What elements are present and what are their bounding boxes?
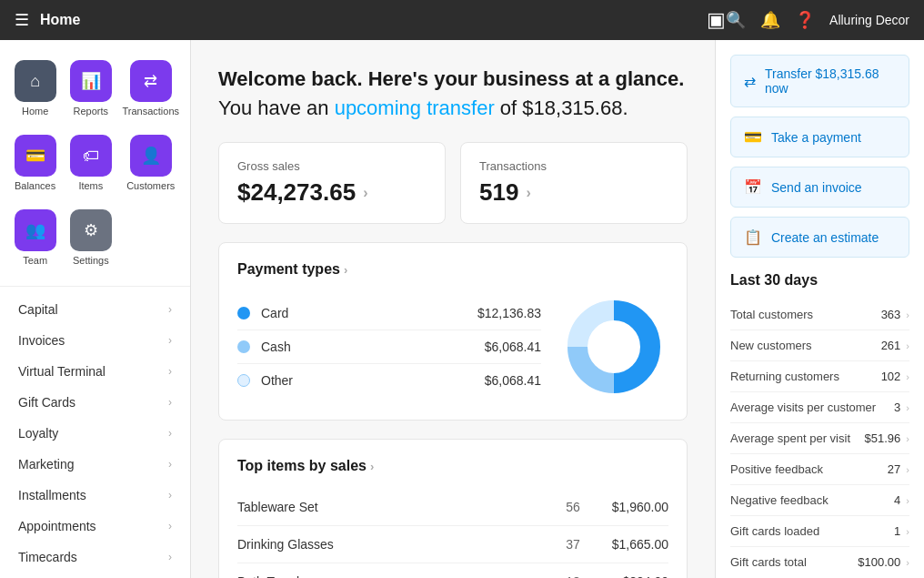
search-icon[interactable]: 🔍 <box>726 10 746 30</box>
sidebar-nav-arrow: › <box>168 396 172 409</box>
main-content: Welcome back. Here's your business at a … <box>191 40 715 578</box>
upcoming-transfer-link[interactable]: upcoming transfer <box>335 96 495 119</box>
donut-chart <box>559 292 668 401</box>
sidebar-item-payroll[interactable]: Payroll› <box>0 573 190 578</box>
welcome-prefix: You have an <box>218 96 335 119</box>
sidebar-icon-items[interactable]: 🏷Items <box>63 126 118 200</box>
send-invoice-button[interactable]: 📅 Send an invoice <box>730 167 909 208</box>
sidebar-icon-customers[interactable]: 👤Customers <box>118 126 183 200</box>
gross-sales-arrow: › <box>363 185 367 201</box>
customers-icon-label: Customers <box>126 180 175 191</box>
sidebar-item-capital[interactable]: Capital› <box>0 294 190 325</box>
transactions-icon-label: Transactions <box>122 106 179 117</box>
bell-icon[interactable]: 🔔 <box>760 10 780 30</box>
payment-types-title[interactable]: Payment types › <box>237 261 668 278</box>
transactions-arrow: › <box>526 185 530 201</box>
sidebar-nav-label: Gift Cards <box>18 395 75 410</box>
menu-icon[interactable]: ☰ <box>15 10 29 30</box>
sidebar-item-installments[interactable]: Installments› <box>0 480 190 511</box>
balances-icon-label: Balances <box>15 180 55 191</box>
reports-icon: 📊 <box>70 60 112 102</box>
topbar-title: Home <box>40 12 707 28</box>
card-dot <box>237 307 250 319</box>
stat-row-returning-customers[interactable]: Returning customers 102 › <box>730 361 909 392</box>
sidebar-item-virtual-terminal[interactable]: Virtual Terminal› <box>0 356 190 387</box>
stat-row-total-customers[interactable]: Total customers 363 › <box>730 299 909 330</box>
sidebar-nav: Capital›Invoices›Virtual Terminal›Gift C… <box>0 287 190 578</box>
sidebar-icon-balances[interactable]: 💳Balances <box>7 126 63 200</box>
action-buttons: ⇄ Transfer $18,315.68 now💳 Take a paymen… <box>730 55 909 267</box>
stat-row-arrow: › <box>906 340 909 351</box>
stat-row-arrow: › <box>906 371 909 382</box>
stat-value: 102 <box>881 370 901 383</box>
stat-value: $100.00 <box>858 555 900 569</box>
sidebar-nav-label: Invoices <box>18 333 65 348</box>
gross-sales-card[interactable]: Gross sales $24,273.65 › <box>218 142 446 224</box>
topbar-actions: 🔍 🔔 ❓ Alluring Decor <box>726 10 909 30</box>
sidebar-icon-reports[interactable]: 📊Reports <box>63 51 118 126</box>
stat-row-avg-visits[interactable]: Average visits per customer 3 › <box>730 392 909 423</box>
stat-row-new-customers[interactable]: New customers 261 › <box>730 330 909 361</box>
sidebar-item-loyalty[interactable]: Loyalty› <box>0 418 190 449</box>
items-icon-label: Items <box>78 180 103 191</box>
stat-label: Negative feedback <box>730 493 894 507</box>
payment-row-card: Card $12,136.83 <box>237 297 541 330</box>
top-items-title[interactable]: Top items by sales › <box>237 458 668 474</box>
item-name: Bath Towels <box>237 574 550 578</box>
item-qty: 18 <box>550 574 596 578</box>
sidebar-nav-arrow: › <box>168 334 172 347</box>
sidebar-item-gift-cards[interactable]: Gift Cards› <box>0 387 190 418</box>
customers-icon: 👤 <box>130 135 172 177</box>
item-price: $324.00 <box>596 574 668 578</box>
sidebar-icon-home[interactable]: ⌂Home <box>7 51 63 126</box>
take-payment-label: Take a payment <box>771 130 861 145</box>
payment-amount: $6,068.41 <box>485 340 541 354</box>
transactions-card[interactable]: Transactions 519 › <box>460 142 688 224</box>
sidebar-icon-team[interactable]: 👥Team <box>7 200 63 275</box>
stat-row-gift-cards-loaded[interactable]: Gift cards loaded 1 › <box>730 516 909 547</box>
stat-row-arrow: › <box>906 526 909 537</box>
item-price: $1,960.00 <box>596 500 668 514</box>
sidebar-item-appointments[interactable]: Appointments› <box>0 511 190 542</box>
sidebar-nav-label: Loyalty <box>18 426 58 441</box>
items-icon: 🏷 <box>70 135 112 177</box>
transactions-label: Transactions <box>479 159 668 173</box>
stat-value: 363 <box>881 308 901 321</box>
right-panel: ⇄ Transfer $18,315.68 now💳 Take a paymen… <box>715 40 924 578</box>
table-row[interactable]: Bath Towels 18 $324.00 <box>237 563 668 578</box>
send-invoice-icon: 📅 <box>744 178 762 196</box>
send-invoice-label: Send an invoice <box>771 180 862 195</box>
sidebar-item-timecards[interactable]: Timecards› <box>0 542 190 573</box>
help-icon[interactable]: ❓ <box>795 10 815 30</box>
stat-row-gift-cards-total[interactable]: Gift cards total $100.00 › <box>730 547 909 577</box>
item-price: $1,665.00 <box>596 537 668 552</box>
sidebar-icon-transactions[interactable]: ⇄Transactions <box>118 51 183 126</box>
payment-name: Cash <box>261 340 474 354</box>
table-row[interactable]: Drinking Glasses 37 $1,665.00 <box>237 526 668 563</box>
transactions-value: 519 › <box>479 178 668 207</box>
sidebar-nav-label: Appointments <box>18 519 96 533</box>
stat-row-negative-feedback[interactable]: Negative feedback 4 › <box>730 485 909 516</box>
item-qty: 37 <box>550 537 596 552</box>
payment-amount: $6,068.41 <box>485 373 541 388</box>
settings-icon: ⚙ <box>70 209 112 251</box>
table-row[interactable]: Tableware Set 56 $1,960.00 <box>237 489 668 526</box>
create-estimate-button[interactable]: 📋 Create an estimate <box>730 217 909 258</box>
stat-row-positive-feedback[interactable]: Positive feedback 27 › <box>730 454 909 485</box>
welcome-subtitle: You have an upcoming transfer of $18,315… <box>218 96 688 120</box>
sidebar-icon-settings[interactable]: ⚙Settings <box>63 200 118 275</box>
take-payment-button[interactable]: 💳 Take a payment <box>730 117 909 157</box>
payment-row-other: Other $6,068.41 <box>237 364 541 397</box>
transfer-button[interactable]: ⇄ Transfer $18,315.68 now <box>730 55 909 107</box>
home-icon: ⌂ <box>15 60 56 102</box>
stat-value: 261 <box>881 339 901 352</box>
item-qty: 56 <box>550 500 596 514</box>
team-icon-label: Team <box>23 255 47 266</box>
team-icon: 👥 <box>15 209 56 251</box>
sidebar-item-marketing[interactable]: Marketing› <box>0 449 190 480</box>
stat-row-avg-spent[interactable]: Average spent per visit $51.96 › <box>730 423 909 454</box>
sidebar-item-invoices[interactable]: Invoices› <box>0 325 190 356</box>
payment-types-arrow: › <box>344 263 347 277</box>
payment-types-content: Card $12,136.83 Cash $6,068.41 Other $6,… <box>237 292 668 401</box>
user-name[interactable]: Alluring Decor <box>829 13 909 27</box>
